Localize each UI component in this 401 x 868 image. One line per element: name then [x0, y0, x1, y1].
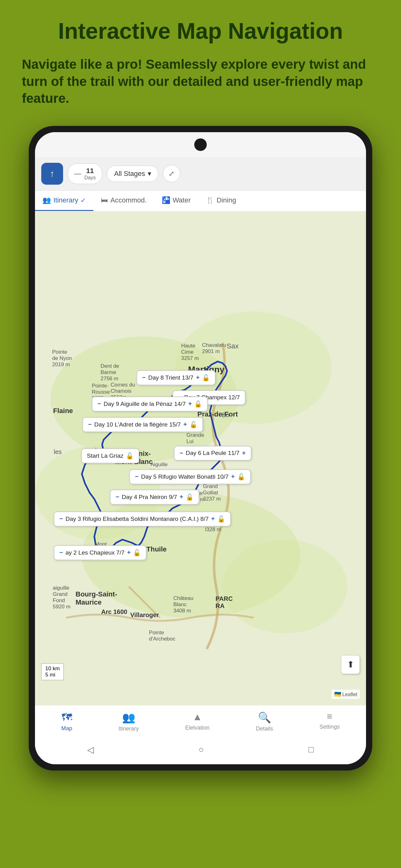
elevation-nav-icon: ▲ [192, 711, 202, 723]
start-label: Start La Griaz [87, 453, 123, 459]
map-nav-label: Map [61, 725, 72, 732]
day4-plus[interactable]: + [179, 493, 183, 501]
svg-point-5 [222, 539, 347, 633]
day8-label: Day 8 Trient 13/7 [148, 374, 194, 381]
day2-lock-icon: 🔓 [133, 549, 141, 556]
day2-minus[interactable]: − [59, 549, 63, 556]
chevron-down-icon: ▾ [148, 170, 151, 178]
leaflet-label: Leaflet [342, 692, 357, 697]
camera-notch [194, 138, 207, 151]
waypoint-day10[interactable]: − Day 10 L'Adret de la flégère 15/7 + 🔓 [82, 417, 203, 432]
map-label-arc1600: Arc 1600 [101, 608, 127, 616]
nav-itinerary[interactable]: 👥 Itinerary [119, 711, 139, 732]
phone-top-bar [35, 132, 366, 157]
water-tab-label: Water [173, 196, 191, 204]
nav-map[interactable]: 🗺 Map [61, 711, 72, 732]
ukraine-flag-icon: 🇺🇦 [334, 691, 341, 698]
back-button[interactable]: ◁ [87, 745, 94, 755]
waypoint-day6[interactable]: − Day 6 La Peule 11/7 + [174, 446, 252, 461]
compass-button[interactable]: ⬆ [341, 655, 360, 674]
waypoint-day3[interactable]: − Day 3 Rifugio Elisabetta Soldini Monta… [54, 512, 231, 526]
page-title: Interactive Map Navigation [19, 19, 382, 43]
waypoint-day4[interactable]: − Day 4 Pra Neiron 9/7 + 🔓 [110, 490, 199, 505]
home-button[interactable]: ○ [199, 745, 204, 754]
day2-plus[interactable]: + [127, 549, 131, 556]
day4-lock-icon: 🔓 [186, 493, 194, 501]
itinerary-tab-icon: 👥 [42, 196, 51, 204]
nav-details[interactable]: 🔍 Details [256, 711, 273, 732]
day6-minus[interactable]: − [179, 450, 183, 457]
day6-plus[interactable]: + [242, 450, 246, 457]
itinerary-tab-label: Itinerary [54, 196, 78, 204]
map-label-nyon: Pointede Nyon2019 m [52, 349, 72, 368]
tab-bar: 👥 Itinerary ✓ 🛏 Accommod. 🚰 Water 🍴 [35, 191, 366, 212]
day5-minus[interactable]: − [135, 473, 139, 480]
day4-label: Day 4 Pra Neiron 9/7 [122, 494, 177, 501]
day5-plus[interactable]: + [231, 473, 235, 480]
day9-label: Day 9 Aiguille de la Pénaz 14/7 [104, 401, 186, 407]
day2-label: ay 2 Les Chapieux 7/7 [66, 549, 125, 556]
map-label-bo: Bo [222, 411, 229, 419]
details-nav-icon: 🔍 [258, 711, 271, 724]
day10-label: Day 10 L'Adret de la flégère 15/7 [94, 421, 181, 428]
nav-settings[interactable]: ≡ Settings [320, 711, 340, 732]
android-nav-bar: ◁ ○ □ [35, 738, 366, 764]
dining-tab-icon: 🍴 [206, 196, 214, 204]
phone-container: ↑ — 11 Days All Stages ▾ ⤢ [19, 126, 382, 771]
dining-tab-label: Dining [217, 196, 236, 204]
map-label-golliat: GrandGolliat3237 m [203, 484, 221, 502]
map-label-barme: Dent deBarme2756 m [101, 363, 119, 382]
day3-label: Day 3 Rifugio Elisabetta Soldini Montana… [66, 516, 209, 522]
day9-plus[interactable]: + [188, 400, 192, 407]
day6-label: Day 6 La Peule 11/7 [186, 450, 239, 457]
day3-plus[interactable]: + [211, 515, 215, 522]
day9-lock-icon: 🔓 [194, 400, 202, 408]
map-label-chateaublanc: ChâteauBlanc3408 m [173, 595, 193, 614]
map-label-aiguillegrandfond: aiguilleGrandFond5920 m [53, 585, 71, 610]
logo-icon: ↑ [50, 168, 55, 179]
day9-minus[interactable]: − [97, 400, 101, 407]
map-label-archeboc: Pointed'Archeboc [149, 629, 175, 642]
day8-minus[interactable]: − [142, 374, 146, 381]
waypoint-day2[interactable]: − ay 2 Les Chapieux 7/7 + 🔓 [54, 545, 146, 560]
waypoint-start[interactable]: Start La Griaz 🔓 [81, 448, 139, 463]
tab-itinerary[interactable]: 👥 Itinerary ✓ [35, 191, 93, 211]
day3-minus[interactable]: − [59, 515, 63, 522]
day10-lock-icon: 🔓 [190, 421, 197, 428]
details-nav-label: Details [256, 725, 273, 732]
page-wrapper: Interactive Map Navigation Navigate like… [0, 0, 401, 796]
map-area[interactable]: Pointede Nyon2019 m Dent deBarme2756 m P… [35, 212, 366, 705]
day10-plus[interactable]: + [183, 421, 187, 428]
recent-button[interactable]: □ [308, 745, 314, 754]
day5-label: Day 5 Rifugio Walter Bonatti 10/7 [141, 473, 229, 480]
settings-nav-icon: ≡ [327, 711, 333, 722]
map-label-parc: PARCRA [215, 595, 233, 610]
accommodation-tab-label: Accommod. [110, 196, 146, 204]
map-label-grandelui: GrandeLui [187, 432, 204, 445]
waypoint-day8[interactable]: − Day 8 Trient 13/7 + 🔓 [136, 370, 215, 385]
tab-accommodation[interactable]: 🛏 Accommod. [93, 191, 154, 211]
day8-plus[interactable]: + [196, 374, 200, 381]
share-button[interactable]: ⤢ [163, 165, 180, 182]
start-lock-icon: 🔓 [126, 452, 134, 460]
days-number: 11 [84, 167, 96, 175]
minus-button[interactable]: — [74, 170, 81, 178]
nav-elevation[interactable]: ▲ Elelvation [185, 711, 209, 732]
day5-lock-icon: 🔓 [237, 473, 245, 480]
logo-button[interactable]: ↑ [41, 163, 63, 185]
day10-minus[interactable]: − [88, 421, 92, 428]
waypoint-day9[interactable]: − Day 9 Aiguille de la Pénaz 14/7 + 🔓 [92, 397, 208, 411]
map-label-chavalard: Chavalaru2901 m [202, 342, 226, 354]
itinerary-nav-icon: 👥 [122, 711, 135, 724]
tab-dining[interactable]: 🍴 Dining [198, 191, 244, 211]
waypoint-day5[interactable]: − Day 5 Rifugio Walter Bonatti 10/7 + 🔓 [129, 469, 251, 484]
scale-km: 10 km [45, 665, 60, 672]
bottom-nav: 🗺 Map 👥 Itinerary ▲ Elelvation 🔍 Details [35, 705, 366, 738]
stages-button[interactable]: All Stages ▾ [107, 165, 158, 182]
day4-minus[interactable]: − [115, 493, 119, 501]
map-label-hautecime: HauteCime3257 m [181, 343, 199, 362]
day3-lock-icon: 🔓 [218, 515, 225, 523]
water-tab-icon: 🚰 [162, 196, 170, 204]
tab-water[interactable]: 🚰 Water [154, 191, 198, 211]
leaflet-attribution[interactable]: 🇺🇦 Leaflet [332, 690, 360, 699]
